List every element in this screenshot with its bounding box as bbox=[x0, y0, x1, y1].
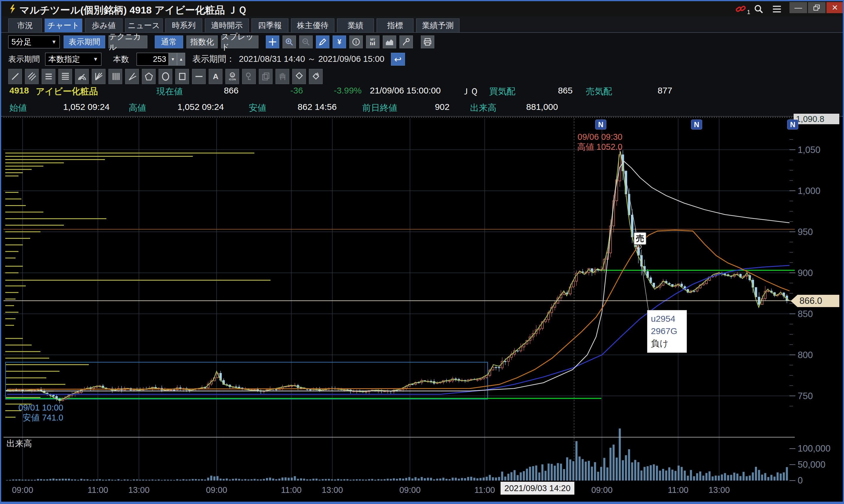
reload-button[interactable]: ↩ bbox=[391, 53, 405, 66]
svg-text:MY: MY bbox=[371, 38, 375, 41]
pin-tool-button[interactable] bbox=[242, 69, 256, 84]
svg-text:¥: ¥ bbox=[337, 38, 341, 46]
tab-4[interactable]: ニュース bbox=[125, 18, 163, 32]
svg-text:900: 900 bbox=[798, 268, 813, 278]
pentagon-tool-icon bbox=[144, 72, 154, 81]
toolbar-button-2[interactable]: テクニカル bbox=[108, 35, 147, 48]
count-decrement-button[interactable]: ▼ bbox=[169, 53, 177, 66]
my-indicator-button[interactable]: MY bbox=[366, 35, 379, 48]
pentagon-tool-button[interactable] bbox=[142, 69, 156, 84]
close-button[interactable]: ✕ bbox=[826, 2, 843, 13]
count-input[interactable]: 253 bbox=[137, 53, 169, 66]
news-marker[interactable]: N bbox=[691, 120, 702, 129]
crosshair-icon bbox=[268, 37, 277, 46]
wrench-button[interactable] bbox=[399, 35, 413, 48]
tab-1[interactable]: 市況 bbox=[8, 18, 42, 32]
info-icon: i bbox=[352, 37, 360, 46]
tab-2[interactable]: チャート bbox=[44, 18, 82, 32]
vertical-lines-tool-button[interactable] bbox=[108, 69, 122, 84]
zoom-out-icon bbox=[302, 37, 310, 46]
toolbar-button-1[interactable]: 表示期間 bbox=[64, 35, 105, 48]
tab-3[interactable]: 歩み値 bbox=[85, 18, 123, 32]
cursor-date-tooltip: 2021/09/03 14:20 bbox=[501, 482, 574, 494]
svg-text:A: A bbox=[316, 72, 319, 76]
crosshair-button[interactable] bbox=[266, 35, 279, 48]
link-icon[interactable] bbox=[735, 4, 748, 14]
svg-text:i: i bbox=[356, 39, 357, 44]
chart-canvas[interactable]: 1,0501,000950900850800750100,00050,00000… bbox=[1, 116, 843, 502]
text-tool-icon: A bbox=[211, 72, 220, 81]
tab-5[interactable]: 時系列 bbox=[165, 18, 202, 32]
pin-tool-icon bbox=[245, 72, 254, 81]
current-label: 現在値 bbox=[157, 86, 183, 97]
svg-text:09:00: 09:00 bbox=[206, 485, 228, 494]
tab-8[interactable]: 株主優待 bbox=[291, 18, 335, 32]
toolbar-button-5[interactable]: スプレッド bbox=[221, 35, 258, 48]
trend-line-tool-icon bbox=[11, 72, 20, 81]
news-marker[interactable]: N bbox=[595, 120, 606, 129]
link-badge: 1 bbox=[747, 9, 750, 16]
low-value: 862 14:56 bbox=[281, 102, 337, 112]
eraser-tool-button[interactable] bbox=[292, 69, 306, 84]
open-value: 1,052 09:24 bbox=[51, 102, 110, 112]
search-icon[interactable] bbox=[754, 4, 764, 14]
toolbar-main: 5分足 ▼ 表示期間テクニカル通常指数化スプレッド¥iMY bbox=[1, 33, 843, 50]
tab-11[interactable]: 業績予測 bbox=[416, 18, 460, 32]
count-increment-button[interactable]: ▲ bbox=[177, 53, 185, 66]
yen-icon: ¥ bbox=[335, 37, 344, 46]
tab-9[interactable]: 業績 bbox=[337, 18, 374, 32]
fibonacci-fan-tool-button[interactable] bbox=[92, 69, 106, 84]
period-mode-select[interactable]: 本数指定 ▼ bbox=[45, 53, 102, 66]
copy-tool-button[interactable] bbox=[259, 69, 272, 84]
printer-button[interactable] bbox=[421, 35, 434, 48]
tab-10[interactable]: 指標 bbox=[377, 18, 413, 32]
interval-select[interactable]: 5分足 ▼ bbox=[8, 35, 60, 48]
pencil-button[interactable] bbox=[316, 35, 329, 48]
zoom-out-button[interactable] bbox=[299, 35, 313, 48]
horizontal-lines4-tool-button[interactable] bbox=[58, 69, 72, 84]
svg-text:50,000: 50,000 bbox=[798, 460, 826, 470]
area-chart-button[interactable] bbox=[383, 35, 396, 48]
drawn-rectangle[interactable] bbox=[5, 362, 488, 399]
fibonacci-fan-tool-icon bbox=[94, 72, 104, 81]
tab-7[interactable]: 四季報 bbox=[251, 18, 288, 32]
restore-button[interactable] bbox=[808, 2, 826, 13]
menu-icon[interactable] bbox=[772, 5, 782, 14]
info-button[interactable]: i bbox=[349, 35, 363, 48]
fibonacci-arcs-tool-button[interactable] bbox=[75, 69, 89, 84]
svg-text:11:00: 11:00 bbox=[281, 485, 302, 494]
hand-tool-button[interactable] bbox=[275, 69, 289, 84]
open-label: 始値 bbox=[10, 102, 27, 114]
trade-leader-line bbox=[621, 151, 648, 311]
trade-result: 負け bbox=[651, 337, 687, 349]
horizontal-segment-tool-button[interactable] bbox=[192, 69, 206, 84]
trade-tooltip: u2954 2967G 負け bbox=[647, 310, 687, 353]
horizontal-lines3-tool-button[interactable] bbox=[42, 69, 55, 84]
speed-lines-tool-button[interactable] bbox=[125, 69, 139, 84]
eraser-all-tool-icon: A bbox=[311, 72, 321, 81]
printer-icon bbox=[423, 37, 432, 46]
sell-trade-marker[interactable]: 売 bbox=[633, 232, 646, 245]
minimize-button[interactable]: — bbox=[790, 2, 807, 13]
period-label: 表示期間 bbox=[8, 54, 40, 65]
zoom-in-button[interactable] bbox=[283, 35, 296, 48]
volume-label: 出来高 bbox=[470, 102, 497, 114]
text-tool-button[interactable]: A bbox=[209, 69, 222, 84]
parallel-lines-tool-icon bbox=[27, 72, 37, 81]
toolbar-button-4[interactable]: 指数化 bbox=[186, 35, 218, 48]
rectangle-tool-button[interactable] bbox=[175, 69, 189, 84]
low-annotation: 09/01 10:00 安値 741.0 bbox=[18, 402, 63, 422]
eraser-all-tool-button[interactable]: A bbox=[309, 69, 323, 84]
icon-stamp-tool-button[interactable]: ICON bbox=[226, 69, 239, 84]
ellipse-tool-button[interactable] bbox=[159, 69, 172, 84]
hand-tool-icon bbox=[278, 72, 287, 81]
toolbar-button-3[interactable]: 通常 bbox=[155, 35, 183, 48]
low-price: 安値 741.0 bbox=[18, 413, 63, 422]
news-marker[interactable]: N bbox=[787, 120, 798, 129]
tab-6[interactable]: 適時開示 bbox=[205, 18, 249, 32]
parallel-lines-tool-button[interactable] bbox=[25, 69, 39, 84]
vertical-lines-tool-icon bbox=[111, 72, 120, 81]
svg-text:850: 850 bbox=[798, 309, 813, 319]
trend-line-tool-button[interactable] bbox=[8, 69, 22, 84]
yen-button[interactable]: ¥ bbox=[333, 35, 346, 48]
